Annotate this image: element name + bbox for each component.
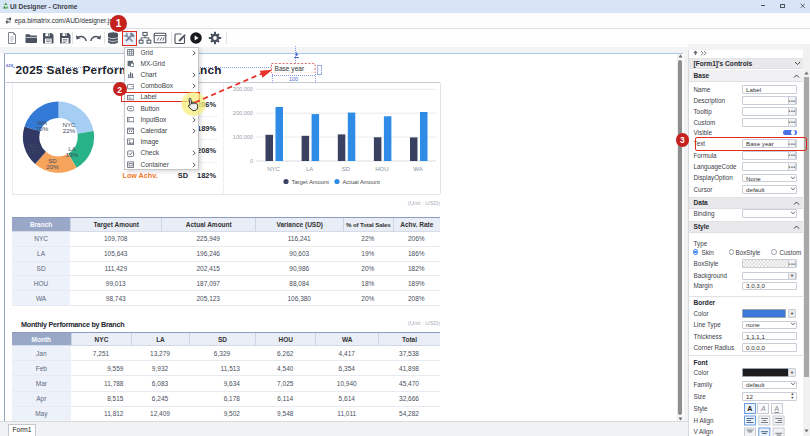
svg-text:100,000: 100,000 bbox=[233, 134, 253, 140]
svg-text:Actual Amount: Actual Amount bbox=[343, 179, 381, 185]
svg-text:Target Amount: Target Amount bbox=[292, 179, 330, 185]
svg-text:200,000: 200,000 bbox=[233, 110, 253, 116]
svg-text:0: 0 bbox=[250, 158, 253, 164]
svg-text:NYC: NYC bbox=[267, 166, 280, 172]
svg-text:WA: WA bbox=[413, 166, 422, 172]
svg-text:LA: LA bbox=[306, 166, 313, 172]
svg-text:HOU: HOU bbox=[375, 166, 388, 172]
svg-text:SD: SD bbox=[342, 166, 351, 172]
